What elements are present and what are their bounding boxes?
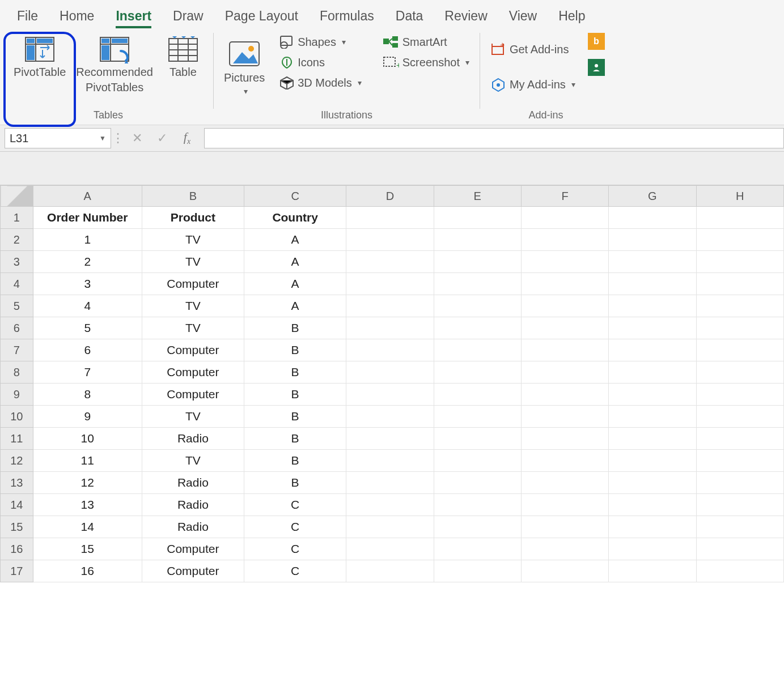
cell-G3[interactable] (609, 251, 696, 273)
chevron-down-icon[interactable]: ▼ (99, 134, 106, 142)
cell-H5[interactable] (696, 295, 783, 317)
spreadsheet-grid[interactable]: ABCDEFGH1Order NumberProductCountry21TVA… (0, 185, 784, 582)
cell-A16[interactable]: 15 (33, 538, 142, 560)
cell-G1[interactable] (609, 207, 696, 229)
cell-E13[interactable] (434, 472, 521, 494)
cell-F1[interactable] (521, 207, 608, 229)
cell-F16[interactable] (521, 538, 608, 560)
row-header-17[interactable]: 17 (1, 560, 33, 582)
cell-D2[interactable] (346, 229, 434, 251)
row-header-14[interactable]: 14 (1, 494, 33, 516)
row-header-16[interactable]: 16 (1, 538, 33, 560)
cell-E8[interactable] (434, 361, 521, 384)
cell-E4[interactable] (434, 273, 521, 295)
bing-addin-tile[interactable]: b (588, 33, 605, 50)
get-addins-button[interactable]: + Get Add-ins (487, 40, 579, 59)
cell-B11[interactable]: Radio (142, 428, 244, 450)
tab-help[interactable]: Help (558, 8, 585, 28)
cell-F3[interactable] (521, 251, 608, 273)
cell-D4[interactable] (346, 273, 434, 295)
cell-B15[interactable]: Radio (142, 516, 244, 538)
cell-C9[interactable]: B (244, 384, 346, 406)
cell-F2[interactable] (521, 229, 608, 251)
row-header-6[interactable]: 6 (1, 317, 33, 339)
my-addins-button[interactable]: My Add-ins ▾ (487, 75, 579, 94)
column-header-H[interactable]: H (696, 186, 783, 207)
people-addin-tile[interactable] (588, 59, 605, 76)
cell-D17[interactable] (346, 560, 434, 582)
cell-H16[interactable] (696, 538, 783, 560)
column-header-G[interactable]: G (609, 186, 696, 207)
cell-D11[interactable] (346, 428, 434, 450)
cell-C11[interactable]: B (244, 428, 346, 450)
cell-C17[interactable]: C (244, 560, 346, 582)
cell-H15[interactable] (696, 516, 783, 538)
icons-button[interactable]: Icons (276, 53, 365, 71)
cell-F11[interactable] (521, 428, 608, 450)
row-header-1[interactable]: 1 (1, 207, 33, 229)
column-header-A[interactable]: A (33, 186, 142, 207)
cell-H1[interactable] (696, 207, 783, 229)
cell-E10[interactable] (434, 406, 521, 428)
cell-B14[interactable]: Radio (142, 494, 244, 516)
cell-G7[interactable] (609, 339, 696, 361)
cell-A11[interactable]: 10 (33, 428, 142, 450)
cell-G5[interactable] (609, 295, 696, 317)
cell-G2[interactable] (609, 229, 696, 251)
column-header-F[interactable]: F (521, 186, 608, 207)
cell-A8[interactable]: 7 (33, 361, 142, 384)
column-header-B[interactable]: B (142, 186, 244, 207)
cell-C2[interactable]: A (244, 229, 346, 251)
tab-review[interactable]: Review (444, 8, 487, 28)
cell-G16[interactable] (609, 538, 696, 560)
cell-C12[interactable]: B (244, 450, 346, 472)
cell-A2[interactable]: 1 (33, 229, 142, 251)
cell-B7[interactable]: Computer (142, 339, 244, 361)
row-header-3[interactable]: 3 (1, 251, 33, 273)
cell-F8[interactable] (521, 361, 608, 384)
cell-H14[interactable] (696, 494, 783, 516)
cell-E14[interactable] (434, 494, 521, 516)
column-header-D[interactable]: D (346, 186, 434, 207)
cell-H7[interactable] (696, 339, 783, 361)
cell-H4[interactable] (696, 273, 783, 295)
cell-F13[interactable] (521, 472, 608, 494)
cell-D3[interactable] (346, 251, 434, 273)
cell-B5[interactable]: TV (142, 295, 244, 317)
cell-C4[interactable]: A (244, 273, 346, 295)
cell-B6[interactable]: TV (142, 317, 244, 339)
row-header-13[interactable]: 13 (1, 472, 33, 494)
column-header-E[interactable]: E (434, 186, 521, 207)
cell-A3[interactable]: 2 (33, 251, 142, 273)
row-header-12[interactable]: 12 (1, 450, 33, 472)
cell-C5[interactable]: A (244, 295, 346, 317)
cell-F14[interactable] (521, 494, 608, 516)
row-header-10[interactable]: 10 (1, 406, 33, 428)
tab-file[interactable]: File (17, 8, 38, 28)
cell-G15[interactable] (609, 516, 696, 538)
cell-B16[interactable]: Computer (142, 538, 244, 560)
cell-A5[interactable]: 4 (33, 295, 142, 317)
3dmodels-button[interactable]: 3D Models ▾ (276, 74, 365, 92)
cell-A10[interactable]: 9 (33, 406, 142, 428)
cell-F4[interactable] (521, 273, 608, 295)
cell-E5[interactable] (434, 295, 521, 317)
cell-C7[interactable]: B (244, 339, 346, 361)
cell-C15[interactable]: C (244, 516, 346, 538)
cell-B4[interactable]: Computer (142, 273, 244, 295)
cell-B2[interactable]: TV (142, 229, 244, 251)
tab-draw[interactable]: Draw (173, 8, 204, 28)
cell-H9[interactable] (696, 384, 783, 406)
cell-C14[interactable]: C (244, 494, 346, 516)
cell-H10[interactable] (696, 406, 783, 428)
cell-D5[interactable] (346, 295, 434, 317)
cell-D1[interactable] (346, 207, 434, 229)
cell-H6[interactable] (696, 317, 783, 339)
cell-B13[interactable]: Radio (142, 472, 244, 494)
cell-E16[interactable] (434, 538, 521, 560)
cell-F15[interactable] (521, 516, 608, 538)
cell-E7[interactable] (434, 339, 521, 361)
cell-D15[interactable] (346, 516, 434, 538)
formula-input[interactable] (204, 128, 784, 148)
cell-D13[interactable] (346, 472, 434, 494)
